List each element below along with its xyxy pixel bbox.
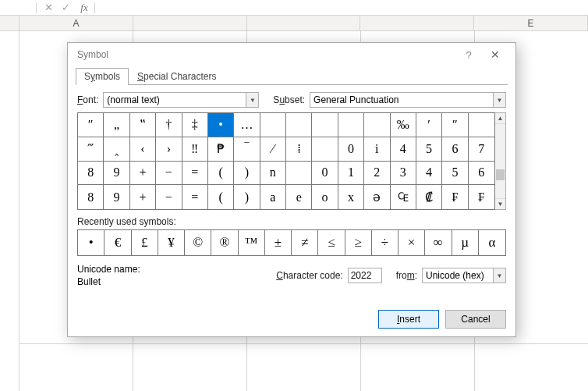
- column-header[interactable]: E: [474, 16, 588, 30]
- symbol-cell[interactable]: ›: [156, 137, 182, 162]
- symbol-cell[interactable]: ₱: [208, 137, 234, 162]
- symbol-cell[interactable]: 5: [442, 162, 468, 186]
- cancel-button[interactable]: Cancel: [445, 310, 506, 329]
- recent-symbol-cell[interactable]: µ: [452, 230, 479, 255]
- row-headers[interactable]: [0, 31, 19, 391]
- symbol-cell[interactable]: ⁞: [286, 137, 312, 162]
- recent-symbol-cell[interactable]: ≤: [318, 230, 345, 255]
- symbol-cell[interactable]: −: [156, 185, 182, 209]
- help-button[interactable]: ?: [456, 49, 481, 61]
- symbol-cell[interactable]: [364, 113, 390, 137]
- symbol-cell[interactable]: 8: [78, 185, 104, 209]
- tab-symbols[interactable]: Symbols: [76, 68, 129, 85]
- close-button[interactable]: ✕: [481, 48, 509, 61]
- symbol-cell[interactable]: ₠: [391, 185, 416, 209]
- symbol-cell[interactable]: 7: [469, 137, 494, 162]
- recent-symbol-cell[interactable]: ®: [211, 230, 238, 255]
- name-box[interactable]: [0, 0, 33, 16]
- symbol-cell[interactable]: 6: [442, 137, 468, 162]
- symbol-cell[interactable]: 9: [104, 162, 129, 186]
- symbol-cell[interactable]: ‟: [130, 113, 156, 137]
- symbol-cell[interactable]: (: [208, 162, 234, 186]
- column-header[interactable]: [133, 16, 247, 30]
- recent-symbol-cell[interactable]: ≠: [292, 230, 318, 255]
- scroll-thumb[interactable]: [496, 169, 505, 180]
- accept-formula-button[interactable]: ✓: [57, 0, 74, 16]
- symbol-cell[interactable]: …: [234, 113, 260, 137]
- symbol-cell[interactable]: [286, 113, 312, 137]
- symbol-cell[interactable]: ): [234, 162, 260, 186]
- font-combo[interactable]: ▼: [103, 92, 259, 108]
- symbol-cell[interactable]: 9: [104, 185, 129, 209]
- symbol-cell[interactable]: ″: [442, 113, 468, 137]
- symbol-cell[interactable]: i: [364, 137, 390, 162]
- formula-input[interactable]: [98, 0, 588, 16]
- font-input[interactable]: [103, 92, 259, 108]
- symbol-cell[interactable]: =: [182, 162, 208, 186]
- symbol-cell[interactable]: 0: [312, 162, 338, 186]
- symbol-cell[interactable]: −: [156, 162, 182, 186]
- symbol-cell[interactable]: •: [208, 113, 234, 137]
- symbol-cell[interactable]: „: [104, 113, 129, 137]
- recent-symbol-cell[interactable]: ÷: [372, 230, 398, 255]
- character-code-input[interactable]: [348, 268, 382, 283]
- symbol-cell[interactable]: ₡: [416, 185, 442, 209]
- chevron-down-icon[interactable]: ▼: [493, 268, 505, 283]
- symbol-cell[interactable]: [312, 113, 338, 137]
- chevron-down-icon[interactable]: ▼: [246, 93, 258, 107]
- recent-symbols-grid[interactable]: •€£¥©®™±≠≤≥÷×∞µα: [77, 229, 506, 256]
- symbol-cell[interactable]: [312, 137, 338, 162]
- recent-symbol-cell[interactable]: ×: [398, 230, 425, 255]
- recent-symbol-cell[interactable]: ™: [239, 230, 265, 255]
- symbol-cell[interactable]: ə: [364, 185, 390, 209]
- symbol-cell[interactable]: ‼: [182, 137, 208, 162]
- symbol-cell[interactable]: [286, 162, 312, 186]
- symbol-cell[interactable]: 4: [416, 162, 442, 186]
- recent-symbol-cell[interactable]: ≥: [345, 230, 372, 255]
- symbol-cell[interactable]: 6: [469, 162, 494, 186]
- from-combo[interactable]: ▼: [422, 268, 506, 283]
- recent-symbol-cell[interactable]: α: [479, 230, 505, 255]
- symbol-cell[interactable]: ‾: [234, 137, 260, 162]
- recent-symbol-cell[interactable]: ¥: [158, 230, 185, 255]
- recent-symbol-cell[interactable]: ±: [265, 230, 292, 255]
- symbol-grid[interactable]: ″„‟†‡•…‰′″‴‸‹›‼₱‾⁄⁞0i456789+−=()n0123456…: [77, 112, 495, 210]
- scroll-down-icon[interactable]: ▼: [495, 198, 505, 209]
- symbol-cell[interactable]: 8: [78, 162, 104, 186]
- symbol-cell[interactable]: [260, 113, 286, 137]
- recent-symbol-cell[interactable]: €: [104, 230, 131, 255]
- dialog-titlebar[interactable]: Symbol ? ✕: [68, 43, 515, 66]
- symbol-cell[interactable]: †: [156, 113, 182, 137]
- symbol-cell[interactable]: [469, 113, 494, 137]
- column-header[interactable]: [360, 16, 474, 30]
- tab-special-characters[interactable]: Special Characters: [129, 68, 225, 85]
- symbol-cell[interactable]: ′: [416, 113, 442, 137]
- symbol-cell[interactable]: 3: [391, 162, 416, 186]
- recent-symbol-cell[interactable]: •: [78, 230, 104, 255]
- scroll-up-icon[interactable]: ▲: [495, 113, 505, 124]
- symbol-cell[interactable]: 4: [391, 137, 416, 162]
- column-header[interactable]: [247, 16, 361, 30]
- column-header[interactable]: A: [19, 16, 133, 30]
- symbol-cell[interactable]: 5: [416, 137, 442, 162]
- subset-input[interactable]: [310, 92, 506, 108]
- symbol-cell[interactable]: 1: [338, 162, 364, 186]
- symbol-cell[interactable]: [338, 113, 364, 137]
- symbol-cell[interactable]: ₣: [442, 185, 468, 209]
- symbol-cell[interactable]: ‰: [391, 113, 416, 137]
- symbol-cell[interactable]: 2: [364, 162, 390, 186]
- symbol-cell[interactable]: ‴: [78, 137, 104, 162]
- symbol-cell[interactable]: ₣: [469, 185, 494, 209]
- symbol-cell[interactable]: (: [208, 185, 234, 209]
- symbol-cell[interactable]: +: [130, 162, 156, 186]
- symbol-cell[interactable]: ″: [78, 113, 104, 137]
- symbol-cell[interactable]: o: [312, 185, 338, 209]
- chevron-down-icon[interactable]: ▼: [493, 93, 505, 107]
- symbol-cell[interactable]: ): [234, 185, 260, 209]
- select-all-corner[interactable]: [0, 16, 19, 30]
- cancel-formula-button[interactable]: ✕: [40, 0, 57, 16]
- symbol-scrollbar[interactable]: ▲ ▼: [495, 112, 506, 210]
- symbol-cell[interactable]: a: [260, 185, 286, 209]
- insert-button[interactable]: Insert: [378, 310, 439, 329]
- symbol-cell[interactable]: x: [338, 185, 364, 209]
